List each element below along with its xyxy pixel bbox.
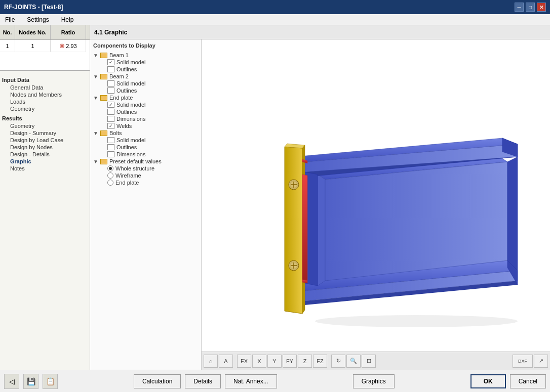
axis-fx-button[interactable]: FX [237, 355, 251, 368]
preset-whole-radio[interactable] [107, 165, 113, 171]
dxf-button[interactable]: DXF [513, 355, 533, 368]
nav-design-load-case[interactable]: Design by Load Case [2, 137, 88, 144]
nav-general-data[interactable]: General Data [2, 84, 88, 91]
nav-notes[interactable]: Notes [2, 165, 88, 172]
text-button[interactable]: A [219, 355, 233, 368]
nav-loads[interactable]: Loads [2, 98, 88, 105]
tree-preset[interactable]: ▼ Preset default values [93, 158, 198, 165]
bolts-outlines[interactable]: Outlines [100, 144, 198, 151]
endplate-children: ✓ Solid model Outlines Dimensions [100, 101, 198, 129]
save2-button[interactable]: 📋 [43, 374, 58, 389]
minimize-button[interactable]: ─ [515, 3, 524, 12]
tree-bolts[interactable]: ▼ Bolts [93, 129, 198, 137]
endplate-dimensions[interactable]: Dimensions [100, 115, 198, 122]
reset-view-button[interactable]: ⊡ [362, 355, 376, 368]
bolts-outlines-check[interactable] [107, 144, 114, 150]
left-panel: No. Nodes No. Ratio 1 1 ⊗ 2.93 Input Dat… [0, 25, 90, 370]
close-button[interactable]: ✕ [537, 3, 546, 12]
menu-settings[interactable]: Settings [24, 15, 52, 24]
beam2-outlines[interactable]: Outlines [100, 87, 198, 94]
endplate-dimensions-check[interactable] [107, 116, 114, 122]
bolts-dimensions[interactable]: Dimensions [100, 151, 198, 158]
beam2-children: Solid model Outlines [100, 80, 198, 94]
zoom-button[interactable]: 🔍 [346, 355, 361, 368]
nav-design-details[interactable]: Design - Details [2, 151, 88, 158]
preset-expander: ▼ [93, 159, 100, 164]
svg-marker-6 [325, 162, 507, 281]
components-title: Components to Display [93, 42, 198, 49]
axis-fz-button[interactable]: FZ [313, 355, 327, 368]
details-button[interactable]: Details [185, 374, 221, 388]
menu-help[interactable]: Help [58, 15, 77, 24]
menu-file[interactable]: File [2, 15, 18, 24]
svg-marker-13 [285, 147, 302, 314]
beam1-label: Beam 1 [109, 52, 129, 58]
bolts-solid-check[interactable] [107, 137, 114, 143]
maximize-button[interactable]: □ [526, 3, 535, 12]
nav-geometry-results[interactable]: Geometry [2, 122, 88, 129]
endplate-outlines[interactable]: Outlines [100, 108, 198, 115]
beam2-solid-model[interactable]: Solid model [100, 80, 198, 87]
nat-annex-button[interactable]: Nat. Annex... [225, 374, 277, 388]
export-button[interactable]: ↗ [534, 355, 548, 368]
results-label: Results [2, 115, 88, 121]
components-panel: Components to Display ▼ Beam 1 ✓ Solid m… [90, 39, 202, 370]
table-header: No. Nodes No. Ratio [0, 25, 90, 40]
endplate-solid-check[interactable]: ✓ [107, 102, 114, 108]
save1-button[interactable]: 💾 [23, 374, 38, 389]
axis-fy-button[interactable]: FY [283, 355, 297, 368]
axis-z-button[interactable]: Z [298, 355, 312, 368]
preset-wireframe-radio[interactable] [107, 172, 113, 179]
endplate-solid-model[interactable]: ✓ Solid model [100, 101, 198, 108]
beam2-solid-check[interactable] [107, 80, 114, 86]
preset-children: Whole structure Wireframe End plate [100, 165, 198, 186]
preset-endplate-radio[interactable] [107, 180, 113, 186]
endplate-welds-check[interactable]: ✓ [107, 123, 114, 129]
bolts-children: Solid model Outlines Dimensions [100, 137, 198, 158]
home-view-button[interactable]: ⌂ [204, 355, 218, 368]
endplate-outlines-check[interactable] [107, 109, 114, 115]
app-title: RF-JOINTS - [Test-8] [4, 4, 63, 11]
nav-nodes-members[interactable]: Nodes and Members [2, 91, 88, 98]
nav-design-summary[interactable]: Design - Summary [2, 129, 88, 137]
endplate-welds[interactable]: ✓ Welds [100, 122, 198, 129]
nav-geometry-input[interactable]: Geometry [2, 105, 88, 112]
beam2-outlines-check[interactable] [107, 88, 114, 94]
calculation-button[interactable]: Calculation [134, 374, 181, 388]
beam2-folder-icon [100, 74, 107, 79]
beam1-outlines[interactable]: Outlines [100, 66, 198, 73]
tree-endplate[interactable]: ▼ End plate [93, 94, 198, 101]
tree-beam2[interactable]: ▼ Beam 2 [93, 73, 198, 80]
preset-end-plate[interactable]: End plate [100, 179, 198, 186]
endplate-folder-icon [100, 95, 107, 101]
3d-viewport[interactable]: ⌂ A FX X Y FY Z FZ ↻ 🔍 ⊡ DXF ↗ [202, 39, 550, 370]
beam1-solid-model[interactable]: ✓ Solid model [100, 59, 198, 66]
bolts-dimensions-check[interactable] [107, 151, 114, 157]
error-icon: ⊗ [59, 42, 65, 50]
col-no: No. [0, 25, 15, 39]
cancel-button[interactable]: Cancel [510, 374, 546, 388]
preset-folder-icon [100, 159, 107, 164]
nav-graphic[interactable]: Graphic [2, 158, 88, 165]
svg-marker-5 [318, 175, 325, 286]
preset-whole-structure[interactable]: Whole structure [100, 165, 198, 172]
ok-button[interactable]: OK [470, 374, 506, 388]
cell-ratio: ⊗ 2.93 [51, 40, 86, 52]
tree-beam1[interactable]: ▼ Beam 1 [93, 52, 198, 59]
rotate-button[interactable]: ↻ [331, 355, 345, 368]
right-panel: 4.1 Graphic Components to Display ▼ Beam… [90, 25, 550, 370]
preset-label: Preset default values [109, 158, 162, 164]
beam1-outlines-check[interactable] [107, 66, 114, 72]
col-ratio: Ratio [51, 25, 86, 39]
nav-design-nodes[interactable]: Design by Nodes [2, 144, 88, 151]
table-row[interactable]: 1 1 ⊗ 2.93 [0, 40, 90, 52]
beam1-folder-icon [100, 53, 107, 58]
back-button[interactable]: ◁ [4, 374, 19, 389]
svg-marker-28 [507, 157, 518, 271]
beam1-solid-check[interactable]: ✓ [107, 59, 114, 65]
bolts-solid-model[interactable]: Solid model [100, 137, 198, 144]
axis-x-button[interactable]: X [252, 355, 266, 368]
graphics-button[interactable]: Graphics [353, 374, 395, 388]
preset-wireframe[interactable]: Wireframe [100, 172, 198, 179]
axis-y-button[interactable]: Y [267, 355, 282, 368]
